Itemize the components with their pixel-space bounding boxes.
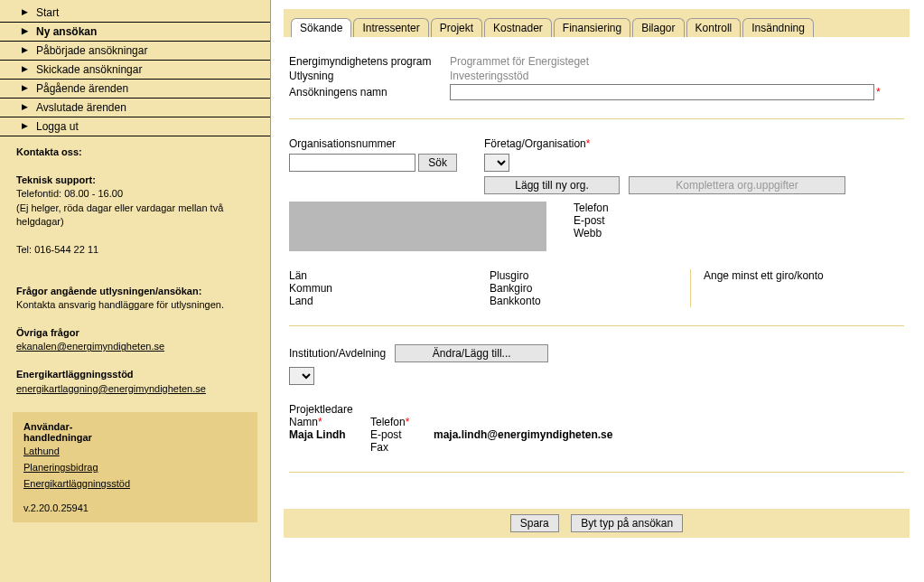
projectleader-heading: Projektledare	[289, 403, 904, 416]
country-label: Land	[289, 295, 490, 307]
tech-phone: Tel: 016-544 22 11	[16, 244, 98, 255]
edit-add-button[interactable]: Ändra/Lägg till...	[395, 344, 548, 362]
add-org-button[interactable]: Lägg till ny org.	[484, 176, 620, 194]
tab-bilagor[interactable]: Bilagor	[632, 18, 684, 37]
divider	[289, 325, 904, 326]
plusgiro-label: Plusgiro	[490, 269, 690, 282]
tab-intressenter[interactable]: Intressenter	[353, 18, 428, 37]
municipality-label: Kommun	[289, 282, 490, 295]
search-button[interactable]: Sök	[418, 154, 457, 172]
tab-projekt[interactable]: Projekt	[431, 18, 482, 37]
nav-pagaende[interactable]: Pågående ärenden	[0, 80, 270, 99]
tab-finansiering[interactable]: Finansiering	[554, 18, 630, 37]
guides-title1: Användar-	[23, 421, 72, 432]
questions-title: Frågor angående utlysningen/ansökan:	[16, 286, 201, 296]
guide-link-energikart[interactable]: Energikartläggningsstöd	[23, 478, 130, 489]
pl-phone-label: Telefon	[370, 416, 406, 428]
ek-title: Energikartläggningsstöd	[16, 369, 134, 380]
tech-note: (Ej helger, röda dagar eller vardagar me…	[16, 202, 223, 227]
pl-email-label: E-post	[370, 428, 434, 441]
ek-email-link[interactable]: energikartlaggning@energimyndigheten.se	[16, 383, 206, 394]
pl-fax-label: Fax	[370, 441, 434, 454]
required-asterisk: *	[406, 416, 410, 428]
appname-input[interactable]	[450, 84, 874, 100]
program-value: Programmet för Energisteget	[450, 55, 904, 68]
institution-label: Institution/Avdelning	[289, 347, 386, 360]
tech-hours: Telefontid: 08.00 - 16.00	[16, 188, 123, 199]
call-value: Investeringsstöd	[450, 70, 904, 82]
guide-link-planering[interactable]: Planeringsbidrag	[23, 462, 98, 473]
tab-bar: Sökande Intressenter Projekt Kostnader F…	[284, 9, 910, 37]
guides-box: Användar- handledningar Lathund Planerin…	[13, 412, 257, 522]
email-label: E-post	[574, 214, 609, 227]
required-asterisk: *	[318, 416, 322, 428]
tab-kontroll[interactable]: Kontroll	[686, 18, 742, 37]
contact-section: Kontakta oss: Teknisk support: Telefonti…	[0, 136, 270, 405]
complete-org-button[interactable]: Komplettera org.uppgifter	[629, 176, 845, 194]
divider	[289, 118, 904, 119]
nav-ny-ansokan[interactable]: Ny ansökan	[0, 23, 270, 42]
pl-name-value: Maja Lindh	[289, 428, 346, 441]
contact-heading: Kontakta oss:	[16, 146, 82, 157]
required-asterisk: *	[876, 86, 881, 99]
company-select[interactable]	[484, 154, 509, 172]
county-label: Län	[289, 269, 490, 282]
bottom-bar: Spara Byt typ på ansökan	[284, 509, 910, 538]
orgnum-label: Organisationsnummer	[289, 137, 457, 150]
nav-logga-ut[interactable]: Logga ut	[0, 117, 270, 136]
other-email-link[interactable]: ekanalen@energimyndigheten.se	[16, 341, 164, 352]
guide-link-lathund[interactable]: Lathund	[23, 446, 60, 456]
bankaccount-label: Bankkonto	[490, 295, 690, 307]
other-title: Övriga frågor	[16, 327, 79, 338]
divider	[289, 472, 904, 473]
required-asterisk: *	[586, 137, 591, 150]
pl-email-value: maja.lindh@energimyndigheten.se	[434, 428, 612, 441]
change-type-button[interactable]: Byt typ på ansökan	[571, 514, 683, 532]
tech-support-title: Teknisk support:	[16, 174, 96, 185]
company-label: Företag/Organisation	[484, 137, 586, 150]
bankgiro-label: Bankgiro	[490, 282, 690, 295]
tab-sokande[interactable]: Sökande	[291, 18, 351, 37]
giro-note: Ange minst ett giro/konto	[704, 269, 904, 282]
web-label: Webb	[574, 227, 609, 239]
nav-skickade[interactable]: Skickade ansökningar	[0, 61, 270, 80]
version-text: v.2.20.0.25941	[23, 502, 89, 513]
tab-insandning[interactable]: Insändning	[742, 18, 814, 37]
questions-text: Kontakta ansvarig handläggare för utlysn…	[16, 299, 224, 310]
appname-label: Ansökningens namn	[289, 86, 450, 99]
program-label: Energimyndighetens program	[289, 55, 450, 68]
tab-kostnader[interactable]: Kostnader	[484, 18, 552, 37]
nav-avslutade[interactable]: Avslutade ärenden	[0, 99, 270, 117]
save-button[interactable]: Spara	[510, 514, 559, 532]
sidebar: Start Ny ansökan Påbörjade ansökningar S…	[0, 0, 271, 582]
pl-name-label: Namn	[289, 416, 318, 428]
main-content: Sökande Intressenter Projekt Kostnader F…	[271, 0, 924, 582]
orgnum-input[interactable]	[289, 154, 415, 172]
phone-label: Telefon	[574, 202, 609, 214]
nav-paborjade[interactable]: Påbörjade ansökningar	[0, 42, 270, 61]
org-details-box	[289, 202, 546, 251]
nav-start[interactable]: Start	[0, 4, 270, 23]
guides-title2: handledningar	[23, 432, 92, 443]
institution-select[interactable]	[289, 367, 314, 385]
call-label: Utlysning	[289, 70, 450, 82]
